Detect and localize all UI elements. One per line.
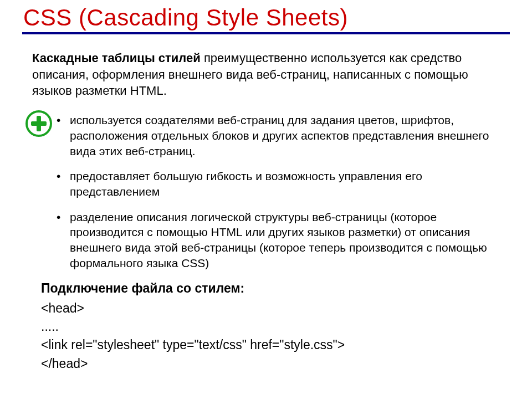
list-item: используется создателями веб-страниц для…	[57, 112, 504, 158]
intro-bold: Каскадные таблицы стилей	[32, 51, 201, 65]
subheading: Подключение файла со стилем:	[41, 281, 510, 296]
code-line: </head>	[41, 355, 510, 373]
list-item: предоставляет большую гибкость и возможн…	[57, 168, 504, 199]
svg-rect-2	[31, 121, 47, 126]
title-rule	[22, 32, 510, 34]
bullet-list: используется создателями веб-страниц для…	[57, 112, 504, 270]
plus-icon	[25, 110, 52, 139]
code-block: <head> ..... <link rel="stylesheet" type…	[41, 299, 510, 373]
list-item: разделение описания логической структуры…	[57, 209, 504, 271]
code-line: <head>	[41, 299, 510, 318]
code-line: <link rel="stylesheet" type="text/css" h…	[41, 336, 510, 354]
code-line: .....	[41, 318, 510, 336]
intro-paragraph: Каскадные таблицы стилей преимущественно…	[32, 50, 504, 99]
page-title: CSS (Cascading Style Sheets)	[22, 4, 510, 31]
